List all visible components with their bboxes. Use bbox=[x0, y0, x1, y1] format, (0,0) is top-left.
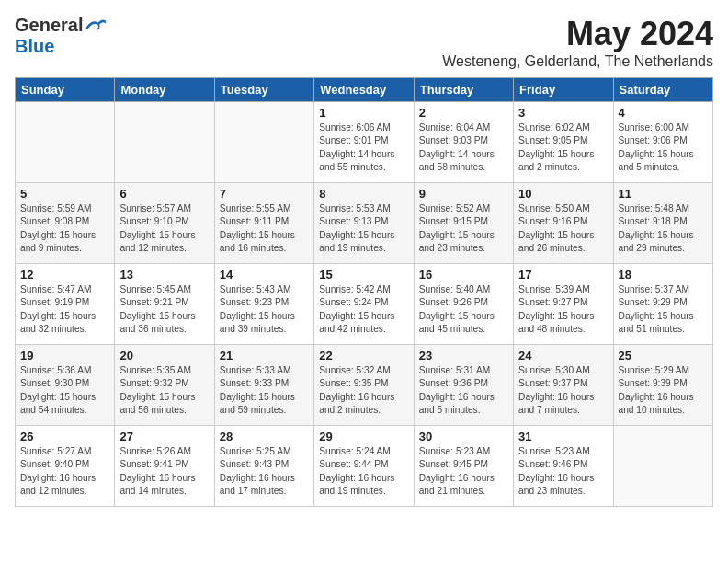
table-row: 10Sunrise: 5:50 AM Sunset: 9:16 PM Dayli… bbox=[514, 183, 613, 264]
table-row: 6Sunrise: 5:57 AM Sunset: 9:10 PM Daylig… bbox=[115, 183, 214, 264]
table-row bbox=[16, 102, 115, 183]
day-info: Sunrise: 5:24 AM Sunset: 9:44 PM Dayligh… bbox=[319, 445, 408, 498]
day-info: Sunrise: 5:30 AM Sunset: 9:37 PM Dayligh… bbox=[518, 364, 608, 417]
day-info: Sunrise: 5:48 AM Sunset: 9:18 PM Dayligh… bbox=[619, 202, 708, 255]
day-info: Sunrise: 5:47 AM Sunset: 9:19 PM Dayligh… bbox=[20, 283, 109, 336]
day-info: Sunrise: 6:02 AM Sunset: 9:05 PM Dayligh… bbox=[518, 121, 608, 174]
day-number: 30 bbox=[419, 430, 508, 443]
day-number: 7 bbox=[220, 187, 309, 201]
table-row: 27Sunrise: 5:26 AM Sunset: 9:41 PM Dayli… bbox=[115, 426, 214, 507]
day-info: Sunrise: 5:52 AM Sunset: 9:15 PM Dayligh… bbox=[419, 202, 508, 255]
table-row: 15Sunrise: 5:42 AM Sunset: 9:24 PM Dayli… bbox=[314, 264, 414, 345]
day-number: 15 bbox=[319, 268, 408, 282]
day-number: 4 bbox=[619, 106, 708, 120]
day-number: 29 bbox=[319, 430, 408, 443]
table-row: 28Sunrise: 5:25 AM Sunset: 9:43 PM Dayli… bbox=[214, 426, 313, 507]
table-row: 26Sunrise: 5:27 AM Sunset: 9:40 PM Dayli… bbox=[16, 426, 115, 507]
header-thursday: Thursday bbox=[414, 78, 513, 102]
table-row bbox=[115, 102, 214, 183]
day-info: Sunrise: 5:55 AM Sunset: 9:11 PM Dayligh… bbox=[220, 202, 309, 255]
table-row: 9Sunrise: 5:52 AM Sunset: 9:15 PM Daylig… bbox=[414, 183, 513, 264]
calendar-week-row: 26Sunrise: 5:27 AM Sunset: 9:40 PM Dayli… bbox=[16, 426, 713, 507]
table-row: 11Sunrise: 5:48 AM Sunset: 9:18 PM Dayli… bbox=[613, 183, 712, 264]
table-row: 22Sunrise: 5:32 AM Sunset: 9:35 PM Dayli… bbox=[314, 345, 414, 426]
table-row bbox=[214, 102, 313, 183]
location-title: Westeneng, Gelderland, The Netherlands bbox=[442, 53, 713, 70]
day-info: Sunrise: 5:53 AM Sunset: 9:13 PM Dayligh… bbox=[319, 202, 408, 255]
day-number: 9 bbox=[419, 187, 508, 201]
table-row: 17Sunrise: 5:39 AM Sunset: 9:27 PM Dayli… bbox=[514, 264, 613, 345]
day-info: Sunrise: 5:57 AM Sunset: 9:10 PM Dayligh… bbox=[119, 202, 209, 255]
table-row: 5Sunrise: 5:59 AM Sunset: 9:08 PM Daylig… bbox=[16, 183, 115, 264]
day-number: 14 bbox=[220, 268, 309, 282]
table-row: 19Sunrise: 5:36 AM Sunset: 9:30 PM Dayli… bbox=[16, 345, 115, 426]
day-info: Sunrise: 5:23 AM Sunset: 9:45 PM Dayligh… bbox=[419, 445, 508, 498]
calendar-table: Sunday Monday Tuesday Wednesday Thursday… bbox=[15, 77, 713, 507]
table-row: 12Sunrise: 5:47 AM Sunset: 9:19 PM Dayli… bbox=[16, 264, 115, 345]
day-info: Sunrise: 5:35 AM Sunset: 9:32 PM Dayligh… bbox=[119, 364, 209, 417]
day-number: 13 bbox=[119, 268, 209, 282]
day-info: Sunrise: 5:37 AM Sunset: 9:29 PM Dayligh… bbox=[619, 283, 708, 336]
day-info: Sunrise: 5:31 AM Sunset: 9:36 PM Dayligh… bbox=[419, 364, 508, 417]
day-info: Sunrise: 5:36 AM Sunset: 9:30 PM Dayligh… bbox=[20, 364, 109, 417]
table-row: 29Sunrise: 5:24 AM Sunset: 9:44 PM Dayli… bbox=[314, 426, 414, 507]
logo: General Blue bbox=[15, 15, 106, 57]
day-number: 2 bbox=[419, 106, 508, 120]
header-monday: Monday bbox=[115, 78, 214, 102]
table-row: 20Sunrise: 5:35 AM Sunset: 9:32 PM Dayli… bbox=[115, 345, 214, 426]
day-number: 24 bbox=[518, 349, 608, 362]
day-info: Sunrise: 6:00 AM Sunset: 9:06 PM Dayligh… bbox=[619, 121, 708, 174]
table-row: 1Sunrise: 6:06 AM Sunset: 9:01 PM Daylig… bbox=[314, 102, 414, 183]
day-number: 27 bbox=[119, 430, 209, 443]
day-number: 5 bbox=[20, 187, 109, 201]
day-number: 18 bbox=[619, 268, 708, 282]
table-row: 13Sunrise: 5:45 AM Sunset: 9:21 PM Dayli… bbox=[115, 264, 214, 345]
day-info: Sunrise: 5:33 AM Sunset: 9:33 PM Dayligh… bbox=[220, 364, 309, 417]
day-number: 28 bbox=[220, 430, 309, 443]
day-info: Sunrise: 5:25 AM Sunset: 9:43 PM Dayligh… bbox=[220, 445, 309, 498]
table-row: 2Sunrise: 6:04 AM Sunset: 9:03 PM Daylig… bbox=[414, 102, 513, 183]
table-row: 16Sunrise: 5:40 AM Sunset: 9:26 PM Dayli… bbox=[414, 264, 513, 345]
calendar-week-row: 1Sunrise: 6:06 AM Sunset: 9:01 PM Daylig… bbox=[16, 102, 713, 183]
day-info: Sunrise: 5:26 AM Sunset: 9:41 PM Dayligh… bbox=[119, 445, 209, 498]
day-number: 26 bbox=[20, 430, 109, 443]
table-row: 14Sunrise: 5:43 AM Sunset: 9:23 PM Dayli… bbox=[214, 264, 313, 345]
day-number: 16 bbox=[419, 268, 508, 282]
header-friday: Friday bbox=[514, 78, 613, 102]
header-saturday: Saturday bbox=[613, 78, 712, 102]
day-info: Sunrise: 6:04 AM Sunset: 9:03 PM Dayligh… bbox=[419, 121, 508, 174]
table-row: 30Sunrise: 5:23 AM Sunset: 9:45 PM Dayli… bbox=[414, 426, 513, 507]
month-title: May 2024 bbox=[442, 15, 713, 53]
day-number: 11 bbox=[619, 187, 708, 201]
day-number: 1 bbox=[319, 106, 408, 120]
header-wednesday: Wednesday bbox=[314, 78, 414, 102]
calendar-week-row: 19Sunrise: 5:36 AM Sunset: 9:30 PM Dayli… bbox=[16, 345, 713, 426]
calendar-week-row: 12Sunrise: 5:47 AM Sunset: 9:19 PM Dayli… bbox=[16, 264, 713, 345]
day-number: 20 bbox=[119, 349, 209, 362]
day-number: 17 bbox=[518, 268, 608, 282]
day-number: 8 bbox=[319, 187, 408, 201]
table-row: 21Sunrise: 5:33 AM Sunset: 9:33 PM Dayli… bbox=[214, 345, 313, 426]
day-number: 22 bbox=[319, 349, 408, 362]
day-number: 21 bbox=[220, 349, 309, 362]
header: General Blue May 2024 Westeneng, Gelderl… bbox=[15, 15, 713, 70]
day-number: 25 bbox=[619, 349, 708, 362]
day-number: 31 bbox=[518, 430, 608, 443]
day-info: Sunrise: 6:06 AM Sunset: 9:01 PM Dayligh… bbox=[319, 121, 408, 174]
table-row: 7Sunrise: 5:55 AM Sunset: 9:11 PM Daylig… bbox=[214, 183, 313, 264]
table-row: 18Sunrise: 5:37 AM Sunset: 9:29 PM Dayli… bbox=[613, 264, 712, 345]
day-info: Sunrise: 5:39 AM Sunset: 9:27 PM Dayligh… bbox=[518, 283, 608, 336]
logo-general-text: General bbox=[15, 15, 83, 36]
day-info: Sunrise: 5:23 AM Sunset: 9:46 PM Dayligh… bbox=[518, 445, 608, 498]
day-number: 6 bbox=[119, 187, 209, 201]
table-row bbox=[613, 426, 712, 507]
table-row: 25Sunrise: 5:29 AM Sunset: 9:39 PM Dayli… bbox=[613, 345, 712, 426]
logo-bird-icon bbox=[85, 18, 106, 33]
table-row: 23Sunrise: 5:31 AM Sunset: 9:36 PM Dayli… bbox=[414, 345, 513, 426]
day-info: Sunrise: 5:50 AM Sunset: 9:16 PM Dayligh… bbox=[518, 202, 608, 255]
day-number: 12 bbox=[20, 268, 109, 282]
calendar-header-row: Sunday Monday Tuesday Wednesday Thursday… bbox=[16, 78, 713, 102]
header-tuesday: Tuesday bbox=[214, 78, 313, 102]
table-row: 31Sunrise: 5:23 AM Sunset: 9:46 PM Dayli… bbox=[514, 426, 613, 507]
day-info: Sunrise: 5:27 AM Sunset: 9:40 PM Dayligh… bbox=[20, 445, 109, 498]
